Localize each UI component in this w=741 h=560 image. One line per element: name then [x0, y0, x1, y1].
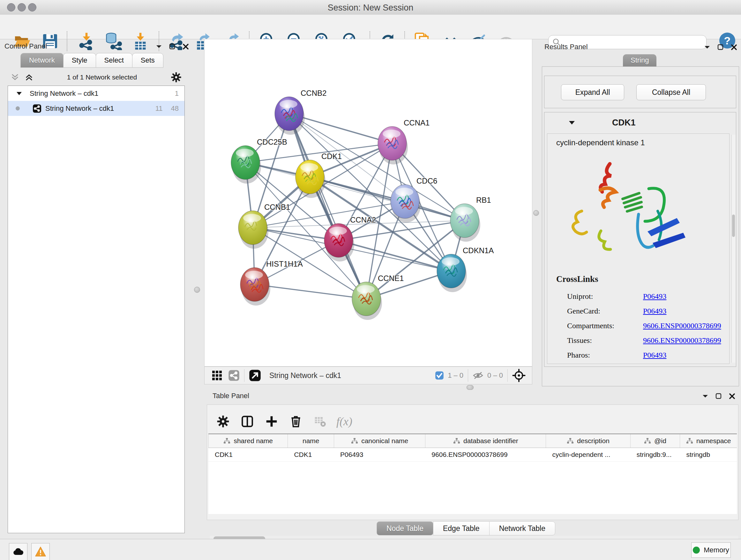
node-table[interactable]: shared namenamecanonical namedatabase id…: [208, 434, 737, 514]
tab-sets[interactable]: Sets: [132, 53, 163, 68]
fit-selected-crosshair-icon[interactable]: [512, 369, 526, 382]
results-panel: Results Panel String Expand All Collapse…: [539, 39, 741, 388]
splitter-grip[interactable]: [533, 210, 539, 216]
column-header-database-identifier[interactable]: database identifier: [425, 434, 546, 448]
node-label: CDC6: [416, 177, 437, 185]
gene-section-expander-icon[interactable]: [569, 120, 575, 125]
column-header-name[interactable]: name: [287, 434, 334, 448]
crosslink-link[interactable]: P06493: [643, 307, 666, 315]
warnings-button[interactable]: [31, 543, 50, 560]
node-label: CDC25B: [257, 138, 287, 146]
table-options-gear-icon[interactable]: [215, 413, 231, 430]
crosslinks-list: Uniprot:P06493GeneCard:P06493Compartment…: [567, 289, 727, 362]
network-collection-row[interactable]: String Network – cdk1 1: [8, 86, 185, 101]
crosslinks-title: CrossLinks: [556, 274, 598, 284]
collapse-all-icon[interactable]: [11, 73, 19, 81]
cloud-icon: [12, 547, 24, 556]
cloud-status-button[interactable]: [9, 543, 27, 560]
splitter-grip[interactable]: [194, 287, 200, 293]
network-node-CDK1[interactable]: CDK1: [295, 152, 342, 198]
node-label: CCNB1: [264, 203, 290, 211]
network-edge[interactable]: [255, 285, 366, 299]
network-node-CCNB1[interactable]: CCNB1: [239, 203, 290, 249]
crosslink-link[interactable]: 9606.ENSP00000378699: [643, 336, 721, 345]
table-cell[interactable]: 9606.ENSP00000378699: [425, 448, 546, 461]
network-options-gear-icon[interactable]: [171, 72, 182, 83]
delete-column-icon[interactable]: [287, 413, 304, 430]
network-node-HIST1H1A[interactable]: HIST1H1A: [240, 260, 303, 306]
birds-eye-view-icon[interactable]: [212, 370, 222, 381]
shared-column-icon: [351, 438, 358, 444]
table-body: CDK1CDK1P064939606.ENSP00000378699cyclin…: [208, 448, 737, 462]
crosslink-link[interactable]: P06493: [643, 351, 666, 360]
float-panel-icon[interactable]: [718, 44, 724, 51]
collapse-all-button[interactable]: Collapse All: [636, 84, 706, 100]
shared-column-icon: [453, 438, 460, 444]
node-label: CCNB2: [300, 89, 327, 98]
crosslink-link[interactable]: P06493: [643, 292, 666, 301]
table-cell[interactable]: cyclin-dependent ...: [546, 448, 630, 461]
network-list-icon[interactable]: [228, 370, 240, 381]
toolbar-divider: [468, 369, 468, 382]
tab-network-table[interactable]: Network Table: [489, 521, 555, 536]
network-node-CDKN1A[interactable]: CDKN1A: [437, 246, 494, 292]
column-header-canonical-name[interactable]: canonical name: [334, 434, 425, 448]
window-title: Session: New Session: [0, 3, 741, 13]
results-scrollbar[interactable]: [731, 135, 736, 363]
panel-menu-icon[interactable]: [704, 45, 711, 50]
float-panel-icon[interactable]: [169, 44, 176, 50]
tab-style[interactable]: Style: [63, 53, 96, 68]
expand-all-button[interactable]: Expand All: [561, 84, 624, 100]
table-cell[interactable]: P06493: [334, 448, 425, 461]
vertical-splitter-right[interactable]: [532, 39, 539, 388]
tab-node-table[interactable]: Node Table: [377, 521, 433, 536]
tab-edge-table[interactable]: Edge Table: [433, 521, 489, 536]
network-row-selected[interactable]: String Network – cdk1 11 48: [8, 101, 185, 116]
tab-network[interactable]: Network: [20, 53, 64, 68]
add-column-icon[interactable]: [263, 413, 280, 430]
crosslink-label: Uniprot:: [567, 292, 643, 301]
network-node-CDC25B[interactable]: CDC25B: [231, 138, 287, 184]
column-header-description[interactable]: description: [546, 434, 630, 448]
collection-expander-icon[interactable]: [16, 91, 22, 96]
network-node-CCNE1[interactable]: CCNE1: [352, 274, 404, 320]
close-panel-icon[interactable]: [729, 393, 735, 399]
vertical-splitter-left[interactable]: [190, 39, 204, 539]
table-header-row: shared namenamecanonical namedatabase id…: [208, 434, 737, 448]
network-edge-count: 48: [171, 105, 179, 113]
float-panel-icon[interactable]: [716, 393, 722, 399]
table-cell[interactable]: CDK1: [208, 448, 287, 461]
selected-checkbox-icon[interactable]: [435, 371, 444, 380]
panel-menu-icon[interactable]: [156, 44, 162, 49]
memory-label: Memory: [704, 546, 729, 554]
network-canvas[interactable]: CCNB2CCNA1CDC25BCDK1CDC6RB1CCNB1CCNA2CDK…: [204, 39, 532, 367]
scrollbar-thumb[interactable]: [732, 214, 735, 237]
table-cell[interactable]: CDK1: [287, 448, 334, 461]
results-actions-box: Expand All Collapse All: [544, 76, 736, 108]
protein-structure-image: [562, 151, 696, 272]
control-panel-title: Control Panel: [4, 42, 47, 50]
network-graph[interactable]: CCNB2CCNA1CDC25BCDK1CDC6RB1CCNB1CCNA2CDK…: [205, 39, 532, 366]
network-node-CCNA1[interactable]: CCNA1: [378, 118, 429, 165]
warning-icon: [35, 546, 46, 557]
memory-button[interactable]: Memory: [691, 543, 731, 558]
tab-string[interactable]: String: [623, 54, 657, 66]
table-row[interactable]: CDK1CDK1P064939606.ENSP00000378699cyclin…: [208, 448, 737, 462]
column-header-namespace[interactable]: namespace: [680, 434, 737, 448]
network-node-RB1[interactable]: RB1: [450, 196, 491, 242]
expand-all-icon[interactable]: [25, 73, 33, 81]
show-columns-icon[interactable]: [239, 413, 256, 430]
crosslink-link[interactable]: 9606.ENSP00000378699: [643, 321, 721, 330]
tab-select[interactable]: Select: [96, 53, 132, 68]
crosslink-row: Uniprot:P06493: [567, 289, 727, 304]
column-header--id[interactable]: @id: [630, 434, 680, 448]
table-cell[interactable]: stringdb: [680, 448, 737, 461]
close-panel-icon[interactable]: [731, 44, 737, 51]
close-panel-icon[interactable]: [183, 44, 189, 50]
network-node-CCNB2[interactable]: CCNB2: [275, 89, 327, 135]
column-header-shared-name[interactable]: shared name: [208, 434, 287, 448]
column-header-label: namespace: [696, 437, 731, 445]
panel-menu-icon[interactable]: [702, 394, 709, 398]
detach-view-icon[interactable]: [249, 369, 261, 381]
table-cell[interactable]: stringdb:9...: [630, 448, 680, 461]
